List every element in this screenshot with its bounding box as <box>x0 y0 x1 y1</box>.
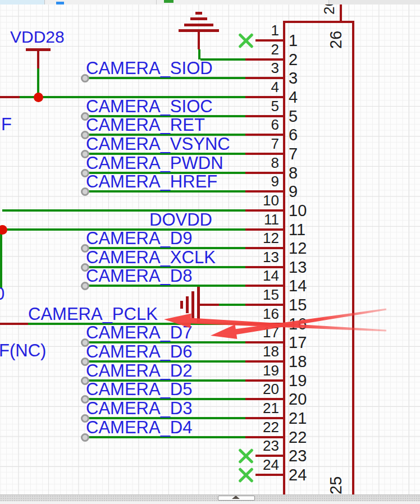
pin-number-outside: 5 <box>245 99 279 113</box>
pin-number-inside: 17 <box>289 335 307 351</box>
net-label-camera_d8[interactable]: CAMERA_D8 <box>86 267 193 285</box>
pin-number-outside: 24 <box>245 458 279 472</box>
pin-number-inside: 24 <box>289 467 307 483</box>
toolbar-icon-fragment-blue[interactable] <box>56 2 64 4</box>
pin-number-inside: 14 <box>289 278 307 294</box>
pin-number-outside: 6 <box>245 118 279 132</box>
pin-number-outside: 3 <box>245 61 279 75</box>
pin-number-inside: 16 <box>289 316 307 332</box>
ground-stem <box>200 304 219 306</box>
partial-net-label-left-lower[interactable]: F(NC) <box>0 342 46 359</box>
schematic-editor-canvas: 26 26 25 VDD28 0 F F(NC) AI-C01 112233CA… <box>0 0 420 504</box>
pin-number-inside: 8 <box>289 165 298 181</box>
pin-number-inside: 15 <box>289 297 307 313</box>
ground-bar-2 <box>186 296 189 313</box>
pin-number-outside: 14 <box>245 269 279 283</box>
pin-number-outside: 15 <box>245 288 279 302</box>
pin-number-outside: 23 <box>245 439 279 453</box>
net-label-dovdd[interactable]: DOVDD <box>86 211 212 228</box>
net-label-camera_ret[interactable]: CAMERA_RET <box>86 116 205 134</box>
pin-number-outside: 13 <box>245 250 279 264</box>
pin-number-inside: 21 <box>289 410 307 427</box>
connector-pin-stub[interactable] <box>255 39 285 42</box>
pin-number-inside: 18 <box>289 354 307 370</box>
pin-number-inside: 9 <box>289 184 298 200</box>
net-label-camera_sioc[interactable]: CAMERA_SIOC <box>86 98 213 115</box>
pin-number-outside: 19 <box>245 364 279 378</box>
net-label-camera_href[interactable]: CAMERA_HREF <box>86 173 217 190</box>
toolbar-separator <box>156 0 157 4</box>
left-edge-wire-vertical[interactable] <box>0 229 2 288</box>
bottom-pin-number-inside: 25 <box>327 476 344 494</box>
pin-number-outside: 4 <box>245 80 279 94</box>
tab-separator <box>44 0 45 4</box>
power-net-label-vdd28[interactable]: VDD28 <box>10 28 65 45</box>
pin-number-inside: 22 <box>289 429 307 446</box>
pin-number-outside: 9 <box>245 175 279 189</box>
pin-number-inside: 5 <box>289 108 298 125</box>
net-label-camera_d4[interactable]: CAMERA_D4 <box>86 419 193 436</box>
pin-number-inside: 4 <box>289 89 298 106</box>
net-label-camera_d3[interactable]: CAMERA_D3 <box>86 400 193 417</box>
ground-bar-1 <box>195 12 202 15</box>
pin-number-inside: 6 <box>289 127 298 143</box>
wire-junction-dot <box>34 93 43 102</box>
pin-number-outside: 2 <box>245 43 279 57</box>
bottom-chrome-strip <box>0 501 420 504</box>
pin-number-outside: 11 <box>245 213 279 227</box>
pin-number-outside: 18 <box>245 345 279 359</box>
active-tab-fragment[interactable] <box>0 0 44 4</box>
net-wire[interactable] <box>219 304 246 306</box>
connector-pin-stub[interactable] <box>255 474 285 476</box>
pin-number-inside: 12 <box>289 240 307 256</box>
net-label-camera_pwdn[interactable]: CAMERA_PWDN <box>86 154 223 172</box>
pin-number-inside: 13 <box>289 259 307 276</box>
wire-red-segment[interactable] <box>0 96 20 98</box>
pin-number-outside: 12 <box>245 231 279 245</box>
net-label-camera_d2[interactable]: CAMERA_D2 <box>86 362 193 379</box>
net-label-camera_d6[interactable]: CAMERA_D6 <box>86 343 193 360</box>
net-label-camera_xclk[interactable]: CAMERA_XCLK <box>86 249 216 266</box>
ground-bar-2 <box>190 17 207 20</box>
ground-bar-1 <box>180 301 183 309</box>
pin-number-inside: 10 <box>289 203 307 219</box>
net-label-camera_vsync[interactable]: CAMERA_VSYNC <box>86 135 230 153</box>
ground-stem <box>198 32 200 49</box>
pin-number-inside: 2 <box>289 52 298 68</box>
pin-number-inside: 3 <box>289 70 298 86</box>
pin-number-outside: 8 <box>245 156 279 170</box>
net-label-camera_d9[interactable]: CAMERA_D9 <box>86 230 193 247</box>
horizontal-scrollbar-track[interactable] <box>0 494 420 501</box>
pin-number-inside: 1 <box>289 33 298 49</box>
net-label-camera_d7[interactable]: CAMERA_D7 <box>86 324 193 341</box>
wire-red-segment[interactable] <box>0 323 28 325</box>
pin-number-inside: 7 <box>289 146 298 162</box>
ground-bar-3 <box>191 291 194 318</box>
scrollbar-thumb-grip-icon <box>232 496 240 499</box>
net-label-camera_d5[interactable]: CAMERA_D5 <box>86 381 193 398</box>
toolbar-icon-fragment-green[interactable] <box>164 0 174 3</box>
partial-net-label-wire-end[interactable]: 0 <box>0 285 4 303</box>
pin-number-inside: 11 <box>289 222 305 238</box>
pin-number-outside: 17 <box>245 326 279 340</box>
pin-number-outside: 21 <box>245 401 279 415</box>
pin-number-inside: 20 <box>289 391 307 407</box>
top-pin-number-inside: 26 <box>328 31 344 49</box>
net-label-camera_siod[interactable]: CAMERA_SIOD <box>86 59 213 77</box>
partial-net-label-left-mid[interactable]: F <box>1 116 12 133</box>
vdd28-symbol-stem[interactable] <box>37 50 39 68</box>
net-label-camera_pclk[interactable]: CAMERA_PCLK <box>28 305 158 323</box>
pin-number-inside: 23 <box>289 448 307 464</box>
toolbar-right-segment <box>329 0 420 4</box>
ground-bar-3 <box>184 24 213 26</box>
pin-number-outside: 10 <box>245 194 279 208</box>
pin-number-outside: 20 <box>245 382 279 396</box>
top-chrome-strip <box>0 0 420 4</box>
pin-number-inside: 19 <box>289 373 307 389</box>
pin-number-outside: 1 <box>245 24 279 38</box>
pin-number-outside: 7 <box>245 137 279 151</box>
pin-number-outside: 22 <box>245 420 279 434</box>
pin-number-outside: 16 <box>245 307 279 321</box>
